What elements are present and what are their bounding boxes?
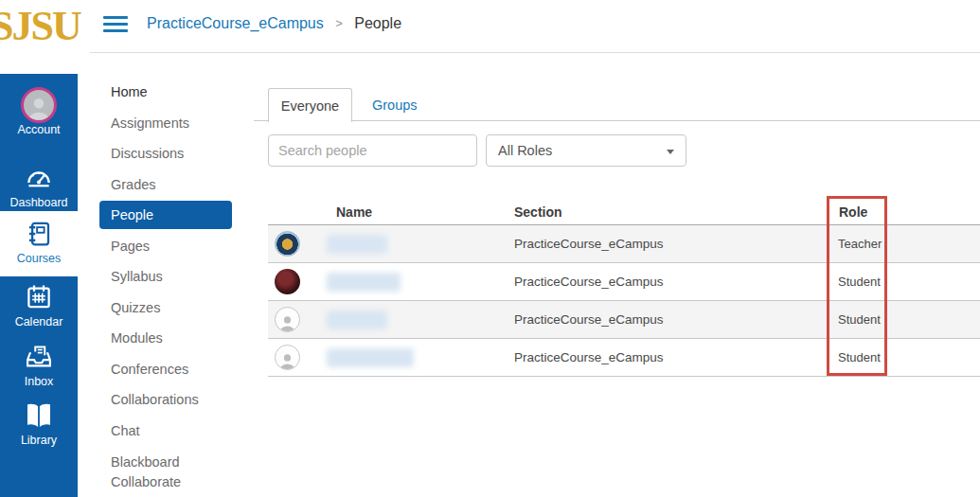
sidebar-item-dashboard[interactable]: Dashboard — [0, 162, 78, 209]
role-cell: Student — [838, 263, 881, 301]
sjsu-logo[interactable]: SJSU — [0, 2, 80, 50]
table-row: PracticeCourse_eCampus Student — [268, 263, 980, 301]
course-nav-discussions[interactable]: Discussions — [99, 138, 232, 169]
sidebar-item-library[interactable]: Library — [0, 399, 78, 447]
redacted-name[interactable] — [327, 348, 414, 367]
sidebar-item-label: Library — [0, 434, 78, 447]
column-header-role: Role — [839, 201, 867, 223]
breadcrumb-separator: > — [335, 16, 343, 30]
course-nav-people[interactable]: People — [99, 201, 232, 229]
section-cell: PracticeCourse_eCampus — [514, 339, 664, 377]
default-person-avatar[interactable] — [275, 345, 300, 370]
people-table-header: Name Section Role — [268, 201, 980, 225]
course-badge-avatar[interactable] — [275, 231, 300, 257]
tab-everyone[interactable]: Everyone — [268, 88, 352, 122]
roles-dropdown-value: All Roles — [498, 143, 552, 158]
tab-groups[interactable]: Groups — [372, 88, 418, 121]
roles-dropdown[interactable]: All Roles — [486, 134, 686, 167]
table-row: PracticeCourse_eCampus Teacher — [268, 225, 980, 263]
inbox-tray-icon — [0, 341, 78, 373]
role-cell: Teacher — [838, 225, 882, 263]
breadcrumb: PracticeCourse_eCampus > People — [147, 15, 401, 32]
courses-notebook-icon — [0, 218, 78, 250]
account-avatar-icon — [0, 89, 78, 121]
role-cell: Student — [838, 301, 881, 339]
breadcrumb-current-page: People — [354, 15, 401, 31]
global-nav-sidebar: Account Dashboard — [0, 74, 78, 497]
dropdown-arrow-icon — [667, 150, 674, 154]
course-nav-blackboard-collaborate[interactable]: Blackboard Collaborate — [99, 446, 232, 492]
redacted-name[interactable] — [327, 273, 401, 292]
default-person-avatar[interactable] — [275, 307, 300, 332]
course-nav-assignments[interactable]: Assignments — [99, 108, 232, 139]
photo-avatar[interactable] — [275, 269, 300, 294]
course-nav-syllabus[interactable]: Syllabus — [99, 261, 232, 293]
sidebar-item-inbox[interactable]: Inbox — [0, 341, 78, 388]
canvas-people-page: SJSU PracticeCourse_eCampus > People Acc… — [0, 0, 980, 497]
redacted-name[interactable] — [327, 311, 387, 329]
sidebar-item-label: Calendar — [0, 315, 78, 328]
section-cell: PracticeCourse_eCampus — [514, 301, 664, 339]
header-divider — [90, 52, 980, 53]
column-header-section: Section — [514, 201, 562, 223]
section-cell: PracticeCourse_eCampus — [514, 263, 664, 301]
course-nav-modules[interactable]: Modules — [99, 323, 232, 354]
sidebar-item-account[interactable]: Account — [0, 89, 78, 136]
course-nav-home[interactable]: Home — [99, 77, 232, 108]
breadcrumb-course-link[interactable]: PracticeCourse_eCampus — [147, 15, 324, 31]
hamburger-menu-icon[interactable] — [103, 16, 128, 32]
course-nav-pages[interactable]: Pages — [99, 231, 232, 262]
open-book-icon — [0, 399, 78, 432]
sidebar-item-label: Account — [0, 123, 78, 136]
table-row: PracticeCourse_eCampus Student — [268, 339, 980, 377]
dashboard-gauge-icon — [0, 162, 78, 194]
table-row: PracticeCourse_eCampus Student — [268, 301, 980, 339]
redacted-name[interactable] — [327, 235, 387, 254]
course-nav-grades[interactable]: Grades — [99, 169, 232, 201]
people-tabs: Everyone Groups — [254, 88, 980, 121]
course-nav-chat[interactable]: Chat — [99, 416, 232, 447]
role-cell: Student — [838, 339, 881, 377]
course-nav: Home Assignments Discussions Grades Peop… — [99, 77, 232, 492]
sidebar-item-label: Courses — [0, 252, 78, 265]
section-cell: PracticeCourse_eCampus — [514, 225, 664, 263]
calendar-icon — [0, 281, 78, 313]
search-people-input[interactable] — [268, 134, 477, 167]
course-nav-conferences[interactable]: Conferences — [99, 354, 232, 385]
sidebar-item-calendar[interactable]: Calendar — [0, 281, 78, 328]
sidebar-item-label: Inbox — [0, 375, 78, 388]
sidebar-item-courses[interactable]: Courses — [0, 218, 78, 265]
course-nav-quizzes[interactable]: Quizzes — [99, 293, 232, 324]
course-nav-collaborations[interactable]: Collaborations — [99, 384, 232, 416]
sidebar-item-label: Dashboard — [0, 196, 78, 209]
column-header-name: Name — [336, 201, 372, 223]
